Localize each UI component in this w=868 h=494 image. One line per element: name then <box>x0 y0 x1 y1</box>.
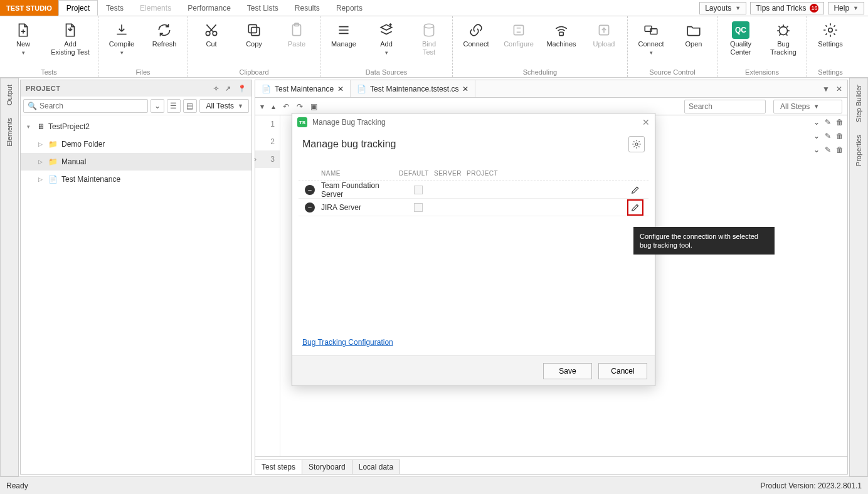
manage-ds-button[interactable]: Manage <box>326 19 362 68</box>
file-tab-1[interactable]: 📄Test Maintenance✕ <box>255 80 351 97</box>
edit-tfs-icon[interactable] <box>627 182 643 198</box>
tab-step-builder[interactable]: Step Builder <box>855 78 862 129</box>
breakpoint-icon[interactable]: ▣ <box>310 102 317 111</box>
file-tab-2[interactable]: 📄Test Maintenance.tstest.cs✕ <box>351 80 475 97</box>
sc-open-button[interactable]: Open <box>675 19 712 68</box>
refresh-button[interactable]: Refresh <box>146 19 183 68</box>
delete-icon[interactable]: 🗑 <box>836 145 844 154</box>
delete-icon[interactable]: 🗑 <box>836 118 844 127</box>
menu-testlists[interactable]: Test Lists <box>239 0 287 16</box>
file-tabs: 📄Test Maintenance✕ 📄Test Maintenance.tst… <box>255 80 847 98</box>
close-icon[interactable]: ✕ <box>337 85 344 93</box>
sched-connect-button[interactable]: Connect <box>458 19 494 68</box>
tab-localdata[interactable]: Local data <box>352 460 400 474</box>
tab-test-steps[interactable]: Test steps <box>255 460 302 474</box>
undo-icon[interactable]: ↶ <box>283 102 289 111</box>
tests-filter-dropdown[interactable]: All Tests▼ <box>199 99 249 113</box>
dialog-settings-button[interactable] <box>628 136 645 152</box>
line-3[interactable]: ›3 <box>255 150 280 168</box>
close-all-icon[interactable]: ✕ <box>836 85 842 93</box>
steps-filter-dropdown[interactable]: All Steps▼ <box>773 100 842 113</box>
edit-icon[interactable]: ✎ <box>825 118 831 127</box>
gutter: 1 2 ›3 <box>255 115 280 456</box>
tips-button[interactable]: Tips and Tricks16 <box>750 2 824 14</box>
close-icon[interactable]: ✕ <box>462 85 468 93</box>
remove-icon[interactable]: − <box>305 202 315 213</box>
delete-icon[interactable]: 🗑 <box>836 132 844 140</box>
help-dropdown[interactable]: Help▼ <box>828 2 864 14</box>
copy-button[interactable]: Copy <box>236 19 272 68</box>
save-button[interactable]: Save <box>543 363 592 379</box>
filter-icon[interactable]: ▤ <box>183 99 197 113</box>
menu-tests[interactable]: Tests <box>98 0 132 16</box>
tab-elements[interactable]: Elements <box>6 112 13 153</box>
chevron-down-icon[interactable]: ⌄ <box>813 132 820 140</box>
tips-badge: 16 <box>810 4 818 13</box>
compile-button[interactable]: Compile▾ <box>103 19 140 68</box>
paste-button[interactable]: Paste <box>278 19 315 68</box>
tree-demo[interactable]: ▷📁Demo Folder <box>21 135 251 153</box>
row-tfs[interactable]: − Team Foundation Server <box>299 181 648 199</box>
new-button[interactable]: New▾ <box>5 19 41 68</box>
steps-search-input[interactable] <box>689 102 761 111</box>
qc-icon: QC <box>732 21 749 39</box>
chevron-up-icon[interactable]: ▴ <box>272 102 275 111</box>
edit-icon[interactable]: ✎ <box>825 145 831 154</box>
popout-icon[interactable]: ↗ <box>225 85 231 93</box>
steps-search[interactable] <box>684 100 766 113</box>
chevron-down-icon[interactable]: ▾ <box>260 102 264 111</box>
tree-manual[interactable]: ▷📁Manual <box>21 153 251 171</box>
menu-project[interactable]: Project <box>58 0 98 16</box>
project-search-input[interactable] <box>40 102 144 110</box>
cut-button[interactable]: Cut <box>193 19 230 68</box>
tree-maintenance[interactable]: ▷📄Test Maintenance <box>21 171 251 188</box>
line-1[interactable]: 1 <box>255 115 280 133</box>
svg-point-13 <box>828 28 833 33</box>
edit-jira-icon[interactable] <box>627 199 643 216</box>
project-search[interactable]: 🔍 <box>23 99 148 113</box>
remove-icon[interactable]: − <box>305 185 315 195</box>
monitors-icon <box>642 21 660 39</box>
bug-tracking-button[interactable]: Bug Tracking <box>765 19 802 68</box>
paste-icon <box>288 21 305 39</box>
configure-button[interactable]: Configure <box>500 19 537 68</box>
bottom-tabs: Test steps Storyboard Local data <box>255 456 847 474</box>
tree-root[interactable]: ▾🖥TestProject2 <box>21 118 251 135</box>
row-jira[interactable]: − JIRA Server <box>299 199 648 216</box>
upload-button[interactable]: Upload <box>586 19 622 68</box>
settings-button[interactable]: Settings <box>812 19 849 68</box>
rocket-icon[interactable]: ✧ <box>213 85 220 93</box>
add-existing-button[interactable]: Add Existing Test <box>48 19 93 68</box>
default-checkbox[interactable] <box>414 203 423 212</box>
config-link[interactable]: Bug Tracking Configuration <box>302 338 645 347</box>
quality-center-button[interactable]: QCQuality Center <box>722 19 759 68</box>
tab-output[interactable]: Output <box>6 78 13 112</box>
dropdown-icon[interactable]: ▼ <box>822 85 830 93</box>
menu-results[interactable]: Results <box>287 0 328 16</box>
chevron-down-icon[interactable]: ⌄ <box>813 118 820 127</box>
sc-connect-button[interactable]: Connect▾ <box>633 19 669 68</box>
layouts-dropdown[interactable]: Layouts▼ <box>699 2 746 14</box>
cancel-button[interactable]: Cancel <box>598 363 647 379</box>
group-icon[interactable]: ☰ <box>167 99 181 113</box>
test-file-icon: 📄 <box>262 85 271 93</box>
menu-elements[interactable]: Elements <box>132 0 179 16</box>
pin-icon[interactable]: 📍 <box>238 85 247 93</box>
menu-performance[interactable]: Performance <box>179 0 239 16</box>
expand-icon[interactable]: ⌄ <box>151 99 164 113</box>
redo-icon[interactable]: ↷ <box>297 102 303 111</box>
bind-button[interactable]: Bind Test <box>411 19 447 68</box>
edit-icon[interactable]: ✎ <box>825 132 831 140</box>
chevron-down-icon[interactable]: ⌄ <box>813 145 820 154</box>
menubar: TEST STUDIO Project Tests Elements Perfo… <box>0 0 868 16</box>
default-checkbox[interactable] <box>414 186 423 194</box>
tab-properties[interactable]: Properties <box>855 129 862 172</box>
project-panel: PROJECT ✧ ↗ 📍 🔍 ⌄ ☰ ▤ All Tests▼ ▾🖥TestP… <box>20 80 252 475</box>
machines-button[interactable]: Machines <box>543 19 580 68</box>
dialog-close-icon[interactable]: ✕ <box>642 117 650 127</box>
add-ds-button[interactable]: Add▾ <box>368 19 405 68</box>
menu-reports[interactable]: Reports <box>328 0 371 16</box>
sliders-icon <box>510 21 527 39</box>
tab-storyboard[interactable]: Storyboard <box>302 460 352 474</box>
line-2[interactable]: 2 <box>255 133 280 150</box>
